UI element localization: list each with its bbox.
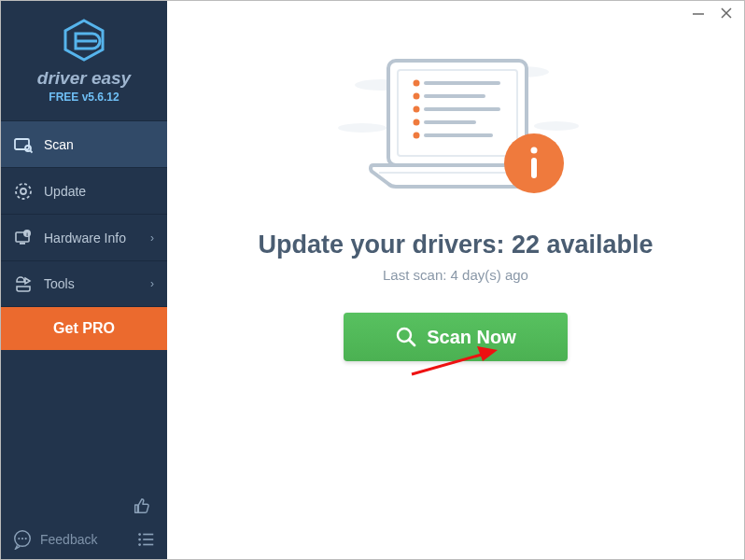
hardware-info-icon: i	[14, 229, 33, 247]
svg-point-31	[414, 80, 420, 87]
svg-line-7	[30, 150, 33, 153]
tools-icon	[14, 274, 33, 293]
chevron-right-icon: ›	[150, 277, 154, 290]
main-panel: Update your drivers: 22 available Last s…	[167, 1, 744, 559]
last-scan-label: Last scan: 4 day(s) ago	[383, 267, 528, 283]
svg-point-42	[531, 147, 538, 154]
svg-rect-11	[20, 243, 25, 245]
svg-point-37	[414, 119, 420, 126]
svg-point-26	[338, 123, 387, 133]
sidebar-item-label: Hardware Info	[44, 231, 126, 245]
sidebar-item-tools[interactable]: Tools ›	[1, 260, 167, 307]
svg-point-15	[18, 538, 20, 539]
update-icon	[14, 182, 33, 201]
svg-point-35	[414, 106, 420, 113]
minimize-button[interactable]	[692, 7, 705, 20]
version-label: FREE v5.6.12	[1, 91, 167, 104]
scan-icon	[14, 135, 33, 154]
svg-point-39	[414, 133, 420, 139]
search-icon	[395, 326, 417, 348]
get-pro-label: Get PRO	[53, 320, 115, 337]
logo-icon	[62, 18, 106, 63]
brand-name: driver easy	[1, 68, 167, 89]
scan-now-label: Scan Now	[427, 327, 516, 348]
feedback-row: Feedback	[12, 522, 156, 550]
sidebar-item-scan[interactable]: Scan	[1, 120, 167, 167]
sidebar: driver easy FREE v5.6.12 Scan Update i	[1, 1, 167, 559]
svg-point-18	[138, 533, 141, 536]
logo-block: driver easy FREE v5.6.12	[1, 1, 167, 113]
laptop-illustration	[325, 53, 586, 210]
svg-point-20	[138, 539, 141, 541]
scan-now-button[interactable]: Scan Now	[344, 313, 568, 361]
feedback-icon[interactable]	[12, 529, 33, 550]
close-button[interactable]	[720, 7, 733, 20]
window-controls	[681, 1, 744, 27]
get-pro-button[interactable]: Get PRO	[1, 307, 167, 350]
svg-point-9	[21, 189, 26, 194]
sidebar-footer: Feedback	[1, 481, 167, 559]
sidebar-item-label: Tools	[44, 276, 75, 291]
svg-point-22	[138, 543, 141, 546]
app-window: driver easy FREE v5.6.12 Scan Update i	[0, 0, 745, 560]
svg-rect-43	[531, 158, 537, 178]
menu-list-icon[interactable]	[135, 529, 156, 550]
svg-rect-5	[15, 139, 29, 149]
sidebar-item-update[interactable]: Update	[1, 167, 167, 214]
sidebar-item-label: Update	[44, 184, 86, 199]
headline: Update your drivers: 22 available	[258, 231, 653, 259]
sidebar-item-label: Scan	[44, 137, 74, 152]
svg-point-17	[25, 538, 27, 539]
svg-point-33	[414, 93, 420, 100]
svg-line-45	[409, 340, 415, 345]
svg-point-27	[534, 121, 579, 131]
sidebar-item-hardware-info[interactable]: i Hardware Info ›	[1, 214, 167, 260]
thumbs-up-button[interactable]	[12, 490, 156, 522]
nav: Scan Update i Hardware Info › Tools	[1, 120, 167, 307]
feedback-label[interactable]: Feedback	[40, 532, 97, 547]
chevron-right-icon: ›	[150, 231, 154, 245]
svg-point-8	[16, 184, 31, 199]
svg-point-16	[21, 538, 23, 539]
